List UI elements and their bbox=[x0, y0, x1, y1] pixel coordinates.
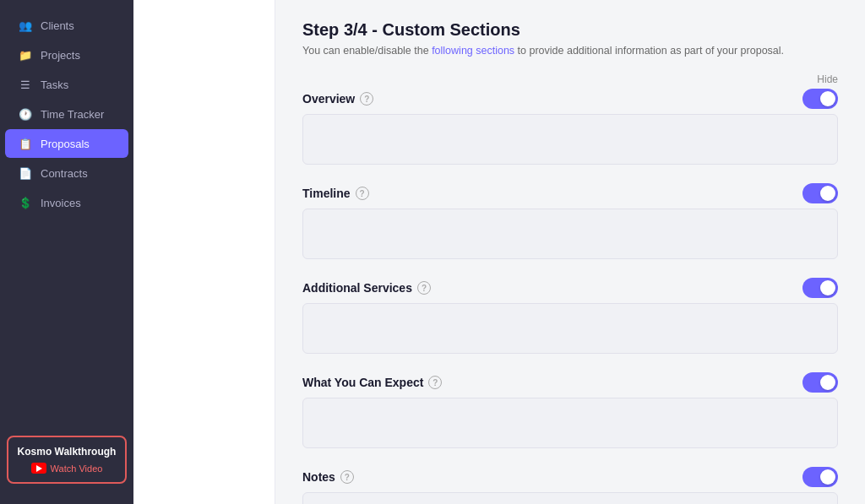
section-overview: Overview ? bbox=[302, 89, 838, 168]
textarea-overview[interactable] bbox=[302, 114, 838, 165]
help-icon-overview[interactable]: ? bbox=[360, 92, 373, 106]
sidebar-label-proposals: Proposals bbox=[41, 138, 90, 150]
toggle-additional-services[interactable] bbox=[802, 278, 838, 298]
toggle-track-timeline bbox=[802, 183, 838, 203]
section-label-notes: Notes ? bbox=[302, 470, 354, 484]
sidebar: 👥 Clients 📁 Projects ☰ Tasks 🕐 Time Trac… bbox=[0, 0, 133, 504]
section-label-text-overview: Overview bbox=[302, 92, 355, 106]
toggle-track-notes bbox=[802, 467, 838, 487]
projects-icon: 📁 bbox=[19, 48, 32, 62]
sidebar-item-tasks[interactable]: ☰ Tasks bbox=[5, 70, 128, 99]
toggle-knob-additional-services bbox=[820, 280, 835, 295]
section-label-text-additional-services: Additional Services bbox=[302, 281, 412, 295]
section-timeline: Timeline ? bbox=[302, 183, 838, 263]
watch-video-link[interactable]: Watch Video bbox=[15, 463, 118, 474]
sidebar-label-tasks: Tasks bbox=[41, 79, 68, 91]
section-additional-services: Additional Services ? bbox=[302, 278, 838, 357]
section-header-notes: Notes ? bbox=[302, 467, 838, 487]
page-title: Step 3/4 - Custom Sections bbox=[302, 20, 838, 40]
sidebar-label-time-tracker: Time Tracker bbox=[41, 108, 104, 121]
section-label-what-you-can-expect: What You Can Expect ? bbox=[302, 376, 442, 389]
toggle-knob-overview bbox=[820, 91, 835, 106]
textarea-notes[interactable] bbox=[302, 492, 838, 504]
sidebar-label-invoices: Invoices bbox=[41, 197, 81, 209]
toggle-track-what-you-can-expect bbox=[802, 372, 838, 393]
help-icon-timeline[interactable]: ? bbox=[356, 187, 369, 200]
sidebar-label-projects: Projects bbox=[41, 49, 80, 62]
sidebar-item-contracts[interactable]: 📄 Contracts bbox=[5, 159, 128, 187]
sidebar-item-time-tracker[interactable]: 🕐 Time Tracker bbox=[5, 100, 128, 128]
invoices-icon: 💲 bbox=[19, 196, 32, 209]
sidebar-item-clients[interactable]: 👥 Clients bbox=[5, 11, 128, 40]
toggle-track-additional-services bbox=[802, 278, 838, 298]
contracts-icon: 📄 bbox=[19, 166, 32, 180]
help-icon-additional-services[interactable]: ? bbox=[417, 281, 431, 295]
textarea-additional-services[interactable] bbox=[302, 303, 838, 354]
section-notes: Notes ? bbox=[302, 467, 838, 504]
section-what-you-can-expect: What You Can Expect ? bbox=[302, 372, 838, 452]
middle-panel bbox=[133, 0, 275, 504]
sidebar-item-proposals[interactable]: 📋 Proposals bbox=[5, 129, 128, 158]
tasks-icon: ☰ bbox=[19, 78, 32, 91]
section-header-additional-services: Additional Services ? bbox=[302, 278, 838, 298]
sidebar-item-projects[interactable]: 📁 Projects bbox=[5, 41, 128, 69]
section-label-text-notes: Notes bbox=[302, 470, 335, 484]
toggle-knob-what-you-can-expect bbox=[820, 375, 835, 390]
toggle-knob-notes bbox=[820, 469, 835, 485]
toggle-timeline[interactable] bbox=[802, 183, 838, 203]
section-header-overview: Overview ? bbox=[302, 89, 838, 109]
section-label-additional-services: Additional Services ? bbox=[302, 281, 431, 295]
proposals-icon: 📋 bbox=[19, 137, 32, 150]
main-content: Step 3/4 - Custom Sections You can enabl… bbox=[275, 0, 865, 504]
section-header-what-you-can-expect: What You Can Expect ? bbox=[302, 372, 838, 393]
page-subtitle: You can enable/disable the following sec… bbox=[302, 45, 838, 57]
toggle-knob-timeline bbox=[820, 186, 835, 201]
section-label-text-timeline: Timeline bbox=[302, 187, 351, 200]
walkthrough-title: Kosmo Walkthrough bbox=[15, 446, 118, 458]
watch-video-label: Watch Video bbox=[51, 463, 103, 474]
help-icon-notes[interactable]: ? bbox=[340, 470, 354, 484]
toggle-what-you-can-expect[interactable] bbox=[802, 372, 838, 393]
toggle-overview[interactable] bbox=[802, 89, 838, 109]
sidebar-item-invoices[interactable]: 💲 Invoices bbox=[5, 188, 128, 217]
time-tracker-icon: 🕐 bbox=[19, 107, 32, 121]
hide-label: Hide bbox=[302, 73, 838, 85]
sidebar-label-contracts: Contracts bbox=[41, 167, 88, 180]
section-label-timeline: Timeline ? bbox=[302, 187, 369, 200]
section-header-timeline: Timeline ? bbox=[302, 183, 838, 203]
section-label-text-what-you-can-expect: What You Can Expect bbox=[302, 376, 423, 389]
sections-container: Overview ? Timeline ? Additional Service… bbox=[302, 89, 838, 504]
textarea-what-you-can-expect[interactable] bbox=[302, 398, 838, 448]
subtitle-link[interactable]: following sections bbox=[432, 45, 514, 57]
sidebar-label-clients: Clients bbox=[41, 19, 74, 32]
textarea-timeline[interactable] bbox=[302, 209, 838, 259]
section-label-overview: Overview ? bbox=[302, 92, 373, 106]
help-icon-what-you-can-expect[interactable]: ? bbox=[428, 376, 442, 389]
walkthrough-box: Kosmo Walkthrough Watch Video bbox=[7, 436, 127, 484]
toggle-track-overview bbox=[802, 89, 838, 109]
toggle-notes[interactable] bbox=[802, 467, 838, 487]
youtube-icon bbox=[31, 463, 46, 474]
clients-icon: 👥 bbox=[19, 19, 32, 32]
